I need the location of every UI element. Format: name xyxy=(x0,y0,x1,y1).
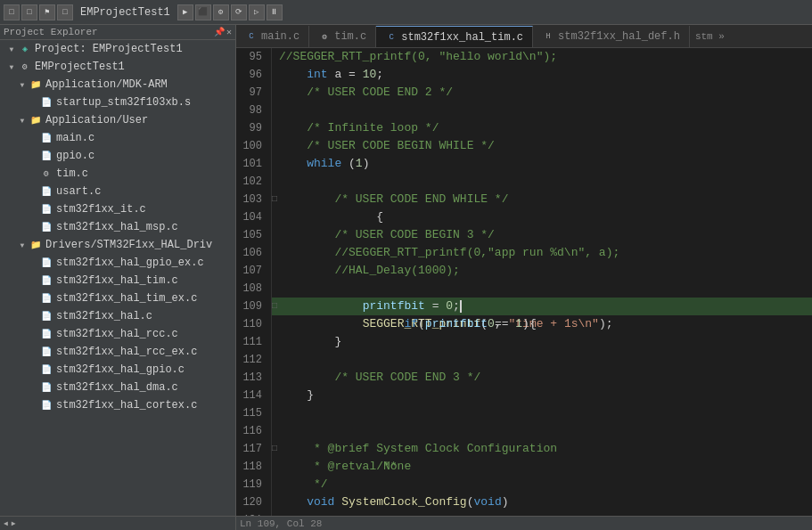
tab-more[interactable]: stm » xyxy=(690,26,730,47)
toolbar-btn-1[interactable]: □ xyxy=(4,4,20,20)
ln-97: 97 xyxy=(236,84,266,102)
sidebar-item-hal-rcc[interactable]: 📄 stm32f1xx_hal_rcc.c xyxy=(0,325,235,343)
tab-main-c[interactable]: C main.c xyxy=(236,26,309,47)
code-line-97: /* USER CODE END 2 */ xyxy=(272,84,812,102)
main-container: Project Explorer 📌 ✕ ▼ ◈ Project: EMProj… xyxy=(0,25,812,530)
c-file-icon-hal-dma: 📄 xyxy=(39,380,53,395)
toolbar: □ □ ⚑ □ EMProjectTest1 ▶ ⬛ ⚙ ⟳ ▷ ⏸ xyxy=(0,0,812,25)
ln-109: 109 xyxy=(236,298,266,315)
tab-hal-def[interactable]: H stm32f1xx_hal_def.h xyxy=(533,26,690,47)
toolbar-btn-4[interactable]: □ xyxy=(57,4,73,20)
c-file-icon-hal-cortex: 📄 xyxy=(39,398,53,412)
arrow-hal-tim-ex xyxy=(29,294,37,303)
sidebar-item-gpio-c[interactable]: 📄 gpio.c xyxy=(0,147,235,165)
tab-hal-tim[interactable]: C stm32f1xx_hal_tim.c xyxy=(376,26,533,47)
sidebar-item-hal-rcc-ex[interactable]: 📄 stm32f1xx_hal_rcc_ex.c xyxy=(0,343,235,361)
toolbar-btn-10[interactable]: ⏸ xyxy=(267,4,283,20)
ln-118: 118 xyxy=(236,458,266,476)
c-file-icon-hal-rcc-ex: 📄 xyxy=(39,345,53,359)
ln-102: 102 xyxy=(236,173,266,191)
ln-104: 104 xyxy=(236,208,266,226)
arrow-gpio xyxy=(29,151,37,160)
sidebar-item-app-mdk[interactable]: ▼ 📁 Application/MDK-ARM xyxy=(0,76,235,94)
code-line-108: □ if(printfbit == 1){ xyxy=(272,280,812,298)
sidebar-item-hal-dma[interactable]: 📄 stm32f1xx_hal_dma.c xyxy=(0,379,235,396)
c-file-icon-hal-tim: 📄 xyxy=(39,273,53,288)
toolbar-btn-7[interactable]: ⚙ xyxy=(213,4,229,20)
hal-rcc-ex-label: stm32f1xx_hal_rcc_ex.c xyxy=(56,346,197,358)
ln-98: 98 xyxy=(236,102,266,119)
arrow-hal-rcc xyxy=(29,330,37,338)
arrow-main xyxy=(29,134,37,143)
toolbar-btn-5[interactable]: ▶ xyxy=(177,4,193,20)
toolbar-btn-8[interactable]: ⟳ xyxy=(231,4,247,20)
sidebar-item-drivers[interactable]: ▼ 📁 Drivers/STM32F1xx_HAL_Driv xyxy=(0,236,235,254)
sidebar-header: Project Explorer 📌 ✕ xyxy=(0,25,235,40)
arrow-it xyxy=(29,205,37,214)
project-label: Project: EMProjectTest1 xyxy=(35,43,183,55)
hal-main-label: stm32f1xx_hal.c xyxy=(56,310,152,322)
ln-95: 95 xyxy=(236,48,266,66)
tab-label-hal-def: stm32f1xx_hal_def.h xyxy=(558,30,680,43)
ln-121: 121 xyxy=(236,511,266,516)
scroll-left-icon[interactable]: ◀ xyxy=(2,519,10,527)
sidebar-item-app-user[interactable]: ▼ 📁 Application/User xyxy=(0,111,235,129)
folder-icon-mdk: 📁 xyxy=(29,77,43,92)
ln-117: 117 xyxy=(236,440,266,458)
close-icon[interactable]: ✕ xyxy=(226,27,232,37)
startup-label: startup_stm32f103xb.s xyxy=(56,96,191,109)
code-line-96: int a = 10; xyxy=(272,66,812,84)
sidebar-item-hal-main[interactable]: 📄 stm32f1xx_hal.c xyxy=(0,307,235,325)
sidebar-item-project[interactable]: ▼ ◈ Project: EMProjectTest1 xyxy=(0,40,235,58)
ln-111: 111 xyxy=(236,333,266,351)
sidebar-item-hal-tim-ex[interactable]: 📄 stm32f1xx_hal_tim_ex.c xyxy=(0,289,235,307)
sidebar-tree: ▼ ◈ Project: EMProjectTest1 ▼ ⚙ EMProjec… xyxy=(0,40,235,516)
hal-tim-label: stm32f1xx_hal_tim.c xyxy=(56,274,178,287)
sidebar-item-hal-msp[interactable]: 📄 stm32f1xx_hal_msp.c xyxy=(0,218,235,236)
toolbar-btn-9[interactable]: ▷ xyxy=(249,4,265,20)
sidebar-item-hal-gpio-ex[interactable]: 📄 stm32f1xx_hal_gpio_ex.c xyxy=(0,254,235,272)
sidebar-item-tim-c[interactable]: ⚙ tim.c xyxy=(0,165,235,183)
toolbar-btn-3[interactable]: ⚑ xyxy=(39,4,55,20)
code-line-100: /* USER CODE BEGIN WHILE */ xyxy=(272,137,812,155)
bottom-status: Ln 109, Col 28 xyxy=(240,518,322,529)
ln-108: 108 xyxy=(236,280,266,298)
hal-dma-label: stm32f1xx_hal_dma.c xyxy=(56,381,178,394)
editor-area: C main.c ⚙ tim.c C stm32f1xx_hal_tim.c H… xyxy=(236,25,812,530)
toolbar-title: EMProjectTest1 xyxy=(80,6,170,19)
sidebar-item-stm32f1xx-it[interactable]: 📄 stm32f1xx_it.c xyxy=(0,200,235,218)
sidebar-item-root[interactable]: ▼ ⚙ EMProjectTest1 xyxy=(0,58,235,76)
arrow-hal-cortex xyxy=(29,401,37,410)
c-gear-icon-tim: ⚙ xyxy=(39,167,53,181)
pin-icon[interactable]: 📌 xyxy=(214,27,225,37)
sidebar-item-main-c[interactable]: 📄 main.c xyxy=(0,129,235,147)
code-line-99: /* Infinite loop */ xyxy=(272,119,812,137)
sidebar-item-hal-gpio[interactable]: 📄 stm32f1xx_hal_gpio.c xyxy=(0,361,235,379)
arrow-usart xyxy=(29,187,37,196)
code-line-102: □ { xyxy=(272,173,812,191)
code-line-95: //SEGGER_RTT_printf(0, "hello world\n"); xyxy=(272,48,812,66)
arrow-app-mdk: ▼ xyxy=(18,80,27,89)
toolbar-btn-2[interactable]: □ xyxy=(21,4,37,20)
sidebar-item-startup[interactable]: 📄 startup_stm32f103xb.s xyxy=(0,94,235,111)
c-file-icon-gpio-ex: 📄 xyxy=(39,256,53,270)
toolbar-btn-6[interactable]: ⬛ xyxy=(195,4,211,20)
toolbar-icons: □ □ ⚑ □ xyxy=(4,4,73,20)
sidebar: Project Explorer 📌 ✕ ▼ ◈ Project: EMProj… xyxy=(0,25,236,530)
arrow-root: ▼ xyxy=(7,62,16,71)
tab-icon-tim-c: ⚙ xyxy=(318,30,331,43)
hal-tim-ex-label: stm32f1xx_hal_tim_ex.c xyxy=(56,292,197,305)
hal-msp-label: stm32f1xx_hal_msp.c xyxy=(56,221,178,233)
sidebar-header-icons: 📌 ✕ xyxy=(214,27,232,37)
tab-tim-c[interactable]: ⚙ tim.c xyxy=(309,26,376,47)
sidebar-scrollbar: ◀ ▶ xyxy=(0,516,235,530)
arrow-msp xyxy=(29,223,37,232)
usart-c-label: usart.c xyxy=(56,185,101,198)
code-content[interactable]: //SEGGER_RTT_printf(0, "hello world\n");… xyxy=(272,48,812,516)
ln-112: 112 xyxy=(236,351,266,369)
sidebar-item-hal-tim[interactable]: 📄 stm32f1xx_hal_tim.c xyxy=(0,272,235,289)
root-icon: ⚙ xyxy=(18,60,32,74)
sidebar-item-hal-cortex[interactable]: 📄 stm32f1xx_hal_cortex.c xyxy=(0,396,235,414)
sidebar-item-usart-c[interactable]: 📄 usart.c xyxy=(0,183,235,200)
scroll-right-icon[interactable]: ▶ xyxy=(10,519,18,527)
